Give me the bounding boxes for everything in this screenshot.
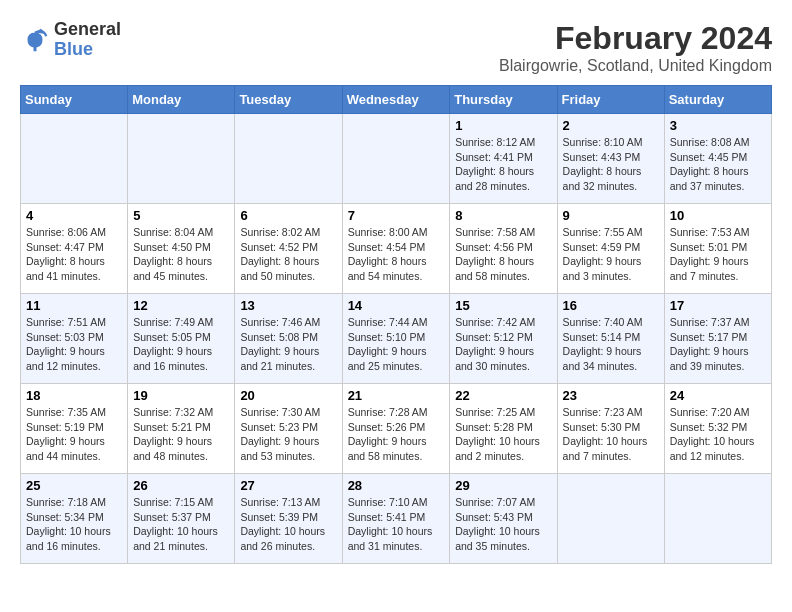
day-detail: Sunrise: 7:18 AM Sunset: 5:34 PM Dayligh…: [26, 495, 122, 554]
day-number: 8: [455, 208, 551, 223]
day-number: 7: [348, 208, 445, 223]
calendar-cell: 16Sunrise: 7:40 AM Sunset: 5:14 PM Dayli…: [557, 294, 664, 384]
header-day-sunday: Sunday: [21, 86, 128, 114]
day-detail: Sunrise: 8:00 AM Sunset: 4:54 PM Dayligh…: [348, 225, 445, 284]
day-number: 4: [26, 208, 122, 223]
header-day-wednesday: Wednesday: [342, 86, 450, 114]
header-day-monday: Monday: [128, 86, 235, 114]
day-detail: Sunrise: 7:25 AM Sunset: 5:28 PM Dayligh…: [455, 405, 551, 464]
day-detail: Sunrise: 8:02 AM Sunset: 4:52 PM Dayligh…: [240, 225, 336, 284]
day-detail: Sunrise: 7:40 AM Sunset: 5:14 PM Dayligh…: [563, 315, 659, 374]
day-number: 21: [348, 388, 445, 403]
calendar-cell: 26Sunrise: 7:15 AM Sunset: 5:37 PM Dayli…: [128, 474, 235, 564]
week-row-5: 25Sunrise: 7:18 AM Sunset: 5:34 PM Dayli…: [21, 474, 772, 564]
day-number: 20: [240, 388, 336, 403]
day-number: 5: [133, 208, 229, 223]
day-number: 6: [240, 208, 336, 223]
calendar-cell: 4Sunrise: 8:06 AM Sunset: 4:47 PM Daylig…: [21, 204, 128, 294]
calendar-cell: 2Sunrise: 8:10 AM Sunset: 4:43 PM Daylig…: [557, 114, 664, 204]
calendar-cell: 5Sunrise: 8:04 AM Sunset: 4:50 PM Daylig…: [128, 204, 235, 294]
day-detail: Sunrise: 7:07 AM Sunset: 5:43 PM Dayligh…: [455, 495, 551, 554]
calendar-cell: [557, 474, 664, 564]
day-detail: Sunrise: 7:55 AM Sunset: 4:59 PM Dayligh…: [563, 225, 659, 284]
day-number: 27: [240, 478, 336, 493]
calendar-cell: 7Sunrise: 8:00 AM Sunset: 4:54 PM Daylig…: [342, 204, 450, 294]
main-title: February 2024: [499, 20, 772, 57]
day-detail: Sunrise: 7:44 AM Sunset: 5:10 PM Dayligh…: [348, 315, 445, 374]
day-detail: Sunrise: 7:37 AM Sunset: 5:17 PM Dayligh…: [670, 315, 766, 374]
calendar-cell: 14Sunrise: 7:44 AM Sunset: 5:10 PM Dayli…: [342, 294, 450, 384]
week-row-1: 1Sunrise: 8:12 AM Sunset: 4:41 PM Daylig…: [21, 114, 772, 204]
calendar-cell: 18Sunrise: 7:35 AM Sunset: 5:19 PM Dayli…: [21, 384, 128, 474]
day-detail: Sunrise: 7:35 AM Sunset: 5:19 PM Dayligh…: [26, 405, 122, 464]
calendar-cell: 20Sunrise: 7:30 AM Sunset: 5:23 PM Dayli…: [235, 384, 342, 474]
calendar-cell: 8Sunrise: 7:58 AM Sunset: 4:56 PM Daylig…: [450, 204, 557, 294]
day-detail: Sunrise: 7:58 AM Sunset: 4:56 PM Dayligh…: [455, 225, 551, 284]
calendar-cell: 3Sunrise: 8:08 AM Sunset: 4:45 PM Daylig…: [664, 114, 771, 204]
header: General Blue February 2024 Blairgowrie, …: [20, 20, 772, 75]
calendar-cell: 25Sunrise: 7:18 AM Sunset: 5:34 PM Dayli…: [21, 474, 128, 564]
subtitle: Blairgowrie, Scotland, United Kingdom: [499, 57, 772, 75]
day-detail: Sunrise: 8:08 AM Sunset: 4:45 PM Dayligh…: [670, 135, 766, 194]
calendar-cell: [342, 114, 450, 204]
calendar-cell: [128, 114, 235, 204]
day-number: 19: [133, 388, 229, 403]
day-number: 29: [455, 478, 551, 493]
day-number: 14: [348, 298, 445, 313]
calendar-cell: 22Sunrise: 7:25 AM Sunset: 5:28 PM Dayli…: [450, 384, 557, 474]
day-number: 28: [348, 478, 445, 493]
day-detail: Sunrise: 7:23 AM Sunset: 5:30 PM Dayligh…: [563, 405, 659, 464]
day-number: 26: [133, 478, 229, 493]
day-number: 3: [670, 118, 766, 133]
logo-icon: [20, 25, 50, 55]
calendar-cell: 17Sunrise: 7:37 AM Sunset: 5:17 PM Dayli…: [664, 294, 771, 384]
header-day-friday: Friday: [557, 86, 664, 114]
day-number: 25: [26, 478, 122, 493]
day-number: 11: [26, 298, 122, 313]
header-day-thursday: Thursday: [450, 86, 557, 114]
calendar-cell: [664, 474, 771, 564]
calendar-cell: 28Sunrise: 7:10 AM Sunset: 5:41 PM Dayli…: [342, 474, 450, 564]
day-number: 18: [26, 388, 122, 403]
header-day-tuesday: Tuesday: [235, 86, 342, 114]
logo: General Blue: [20, 20, 121, 60]
logo-text: General Blue: [54, 20, 121, 60]
week-row-4: 18Sunrise: 7:35 AM Sunset: 5:19 PM Dayli…: [21, 384, 772, 474]
day-number: 13: [240, 298, 336, 313]
day-detail: Sunrise: 7:30 AM Sunset: 5:23 PM Dayligh…: [240, 405, 336, 464]
calendar-cell: 10Sunrise: 7:53 AM Sunset: 5:01 PM Dayli…: [664, 204, 771, 294]
day-detail: Sunrise: 7:51 AM Sunset: 5:03 PM Dayligh…: [26, 315, 122, 374]
day-detail: Sunrise: 8:10 AM Sunset: 4:43 PM Dayligh…: [563, 135, 659, 194]
day-number: 15: [455, 298, 551, 313]
calendar-body: 1Sunrise: 8:12 AM Sunset: 4:41 PM Daylig…: [21, 114, 772, 564]
header-row: SundayMondayTuesdayWednesdayThursdayFrid…: [21, 86, 772, 114]
day-detail: Sunrise: 7:42 AM Sunset: 5:12 PM Dayligh…: [455, 315, 551, 374]
day-number: 9: [563, 208, 659, 223]
logo-line1: General: [54, 20, 121, 40]
day-number: 2: [563, 118, 659, 133]
day-number: 1: [455, 118, 551, 133]
day-detail: Sunrise: 7:15 AM Sunset: 5:37 PM Dayligh…: [133, 495, 229, 554]
calendar-cell: 21Sunrise: 7:28 AM Sunset: 5:26 PM Dayli…: [342, 384, 450, 474]
day-detail: Sunrise: 7:32 AM Sunset: 5:21 PM Dayligh…: [133, 405, 229, 464]
calendar-cell: 6Sunrise: 8:02 AM Sunset: 4:52 PM Daylig…: [235, 204, 342, 294]
calendar-cell: 12Sunrise: 7:49 AM Sunset: 5:05 PM Dayli…: [128, 294, 235, 384]
day-number: 10: [670, 208, 766, 223]
day-number: 17: [670, 298, 766, 313]
day-detail: Sunrise: 7:53 AM Sunset: 5:01 PM Dayligh…: [670, 225, 766, 284]
logo-line2: Blue: [54, 40, 121, 60]
title-section: February 2024 Blairgowrie, Scotland, Uni…: [499, 20, 772, 75]
day-detail: Sunrise: 7:28 AM Sunset: 5:26 PM Dayligh…: [348, 405, 445, 464]
calendar-cell: 23Sunrise: 7:23 AM Sunset: 5:30 PM Dayli…: [557, 384, 664, 474]
calendar-cell: 24Sunrise: 7:20 AM Sunset: 5:32 PM Dayli…: [664, 384, 771, 474]
day-number: 16: [563, 298, 659, 313]
calendar-cell: 19Sunrise: 7:32 AM Sunset: 5:21 PM Dayli…: [128, 384, 235, 474]
day-number: 22: [455, 388, 551, 403]
calendar-cell: 27Sunrise: 7:13 AM Sunset: 5:39 PM Dayli…: [235, 474, 342, 564]
week-row-3: 11Sunrise: 7:51 AM Sunset: 5:03 PM Dayli…: [21, 294, 772, 384]
day-number: 12: [133, 298, 229, 313]
calendar-cell: 1Sunrise: 8:12 AM Sunset: 4:41 PM Daylig…: [450, 114, 557, 204]
day-detail: Sunrise: 8:06 AM Sunset: 4:47 PM Dayligh…: [26, 225, 122, 284]
calendar-cell: 13Sunrise: 7:46 AM Sunset: 5:08 PM Dayli…: [235, 294, 342, 384]
day-number: 23: [563, 388, 659, 403]
